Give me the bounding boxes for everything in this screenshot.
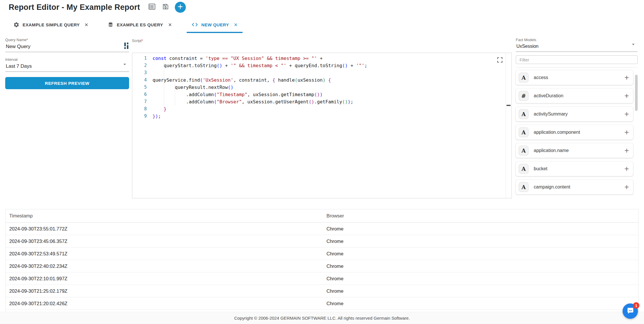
code-line[interactable]: 6 .addColumn("Timestamp", uxSession.getT… <box>132 91 505 98</box>
interval-value: Last 7 Days <box>6 63 32 69</box>
fact-field-activitySummary[interactable]: AactivitySummary+ <box>516 107 633 121</box>
line-number: 5 <box>132 84 153 91</box>
line-number: 9 <box>132 113 153 120</box>
script-code-editor[interactable]: 1const constraint = 'type == "UX Session… <box>132 53 512 198</box>
timestamp-cell: 2024-09-30T23:45:06.357Z <box>6 239 323 244</box>
close-icon[interactable] <box>234 23 238 27</box>
add-field-button[interactable]: + <box>624 183 629 191</box>
code-line[interactable]: 7 .addColumn("Browser", uxSession.getUse… <box>132 98 505 105</box>
timestamp-cell: 2024-09-30T21:25:02.179Z <box>6 288 323 294</box>
fact-filter-input[interactable] <box>516 55 638 64</box>
line-number: 3 <box>132 69 153 76</box>
browser-cell: Chrome <box>323 251 638 257</box>
code-text: queryStart.toString() + '" && timestamp … <box>153 62 505 69</box>
fact-field-label: access <box>534 75 624 80</box>
add-field-button[interactable]: + <box>624 74 629 82</box>
code-text: .addColumn("Timestamp", uxSession.getTim… <box>153 91 505 98</box>
add-field-button[interactable]: + <box>624 165 629 173</box>
tab-example-es-query[interactable]: EXAMPLE ES QUERY <box>103 17 177 33</box>
table-row: 2024-09-30T22:10:01.997ZChrome <box>6 272 638 285</box>
report-list-button[interactable] <box>148 3 156 12</box>
code-text: queryService.find('UxSession', constrain… <box>153 76 505 84</box>
table-body: 2024-09-30T23:55:01.772ZChrome2024-09-30… <box>6 223 638 312</box>
fact-field-bucket[interactable]: Abucket+ <box>516 162 633 176</box>
add-field-button[interactable]: + <box>624 92 629 100</box>
browser-cell: Chrome <box>323 263 638 269</box>
query-name-input[interactable] <box>6 44 110 50</box>
gear-icon <box>13 22 19 28</box>
code-pane[interactable]: 1const constraint = 'type == "UX Session… <box>132 55 505 120</box>
timestamp-cell: 2024-09-30T23:55:01.772Z <box>6 226 323 232</box>
code-line[interactable]: 1const constraint = 'type == "UX Session… <box>132 55 505 62</box>
overview-ruler-cursor-mark <box>507 105 511 106</box>
add-field-button[interactable]: + <box>624 110 629 118</box>
save-button[interactable] <box>161 3 170 12</box>
fact-field-access[interactable]: Aaccess+ <box>516 70 633 85</box>
chevron-down-icon <box>630 41 636 49</box>
fact-field-label: campaign.content <box>534 184 624 190</box>
code-text: .addColumn("Browser", uxSession.getUserA… <box>153 98 505 105</box>
code-icon <box>191 21 198 28</box>
browser-cell: Chrome <box>323 276 638 281</box>
line-number: 6 <box>132 91 153 98</box>
fact-model-select[interactable]: UxSession <box>516 42 638 52</box>
required-marker: * <box>142 39 143 43</box>
table-row: 2024-09-30T22:40:02.234ZChrome <box>6 260 638 272</box>
preview-table: TimestampBrowser 2024-09-30T23:55:01.772… <box>5 209 639 312</box>
timestamp-cell: 2024-09-30T22:40:02.234Z <box>6 263 323 269</box>
fact-field-list: Aaccess+#activeDuration+AactivitySummary… <box>516 70 633 194</box>
add-query-button[interactable] <box>175 2 186 13</box>
text-type-icon: A <box>519 73 529 83</box>
fact-field-label: application.name <box>534 148 624 153</box>
tab-example-simple-query[interactable]: EXAMPLE SIMPLE QUERY <box>9 17 93 33</box>
code-line[interactable]: 5 queryResult.nextRow() <box>132 84 505 91</box>
tab-label: EXAMPLE ES QUERY <box>117 22 163 27</box>
footer: Copyright © 2006-2024 GERMAIN SOFTWARE L… <box>0 312 644 324</box>
column-header-timestamp: Timestamp <box>6 213 323 219</box>
app-header: Report Editor - My Example Report <box>9 2 186 13</box>
add-field-button[interactable]: + <box>624 147 629 155</box>
required-marker: * <box>27 38 28 42</box>
interval-select[interactable]: Last 7 Days <box>5 62 129 72</box>
notification-badge: 1 <box>633 302 639 309</box>
code-line[interactable]: 8 } <box>132 105 505 113</box>
tab-new-query[interactable]: NEW QUERY <box>187 17 243 33</box>
fact-field-label: application.component <box>534 130 624 135</box>
chevron-down-icon <box>122 61 128 69</box>
refresh-preview-button[interactable]: REFRESH PREVIEW <box>5 77 129 89</box>
database-icon <box>108 22 113 28</box>
table-row: 2024-09-30T23:45:06.357ZChrome <box>6 235 638 248</box>
code-line[interactable]: 9}); <box>132 113 505 120</box>
close-icon[interactable] <box>84 23 89 27</box>
line-number: 7 <box>132 98 153 105</box>
fact-field-campaign-content[interactable]: Acampaign.content+ <box>516 180 633 194</box>
fact-field-activeDuration[interactable]: #activeDuration+ <box>516 89 633 103</box>
fact-field-application-component[interactable]: Aapplication.component+ <box>516 125 633 140</box>
text-type-icon: A <box>519 182 529 192</box>
table-row: 2024-09-30T21:20:02.426ZChrome <box>6 297 638 310</box>
add-field-button[interactable]: + <box>624 129 629 136</box>
code-text <box>153 69 505 76</box>
fact-models-label: Fact Models <box>516 38 638 42</box>
fact-list-scrollbar[interactable] <box>635 75 638 111</box>
timestamp-cell: 2024-09-30T21:20:02.426Z <box>6 301 323 306</box>
code-line[interactable]: 4queryService.find('UxSession', constrai… <box>132 76 505 84</box>
scrollbar-gutter-divider <box>506 53 506 198</box>
line-number: 2 <box>132 62 153 69</box>
query-settings-panel: Query Name* Interval Last 7 Days REFRESH… <box>5 38 129 89</box>
close-icon[interactable] <box>168 23 172 27</box>
line-number: 8 <box>132 105 153 113</box>
code-line[interactable]: 3 <box>132 69 505 76</box>
fact-field-application-name[interactable]: Aapplication.name+ <box>516 143 633 158</box>
text-type-icon: A <box>519 164 529 174</box>
page-title: Report Editor - My Example Report <box>9 3 140 12</box>
text-type-icon: A <box>519 109 529 119</box>
code-text: const constraint = 'type == "UX Session"… <box>153 55 505 62</box>
chat-launcher-button[interactable]: 1 <box>623 303 638 319</box>
fullscreen-icon[interactable] <box>496 56 503 63</box>
insert-variable-icon[interactable] <box>124 43 129 50</box>
browser-cell: Chrome <box>323 226 638 232</box>
code-line[interactable]: 2 queryStart.toString() + '" && timestam… <box>132 62 505 69</box>
tab-label: NEW QUERY <box>201 22 229 27</box>
browser-cell: Chrome <box>323 288 638 294</box>
